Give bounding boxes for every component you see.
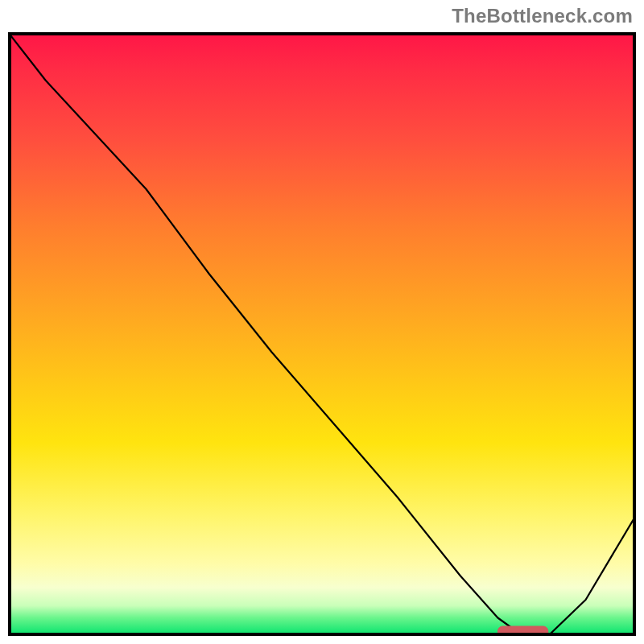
chart-stage: TheBottleneck.com [0, 0, 644, 644]
watermark-text: TheBottleneck.com [452, 5, 633, 27]
bottleneck-curve [8, 32, 636, 636]
plot-overlay [8, 32, 636, 636]
optimum-marker [497, 626, 547, 636]
plot-area [8, 32, 636, 636]
